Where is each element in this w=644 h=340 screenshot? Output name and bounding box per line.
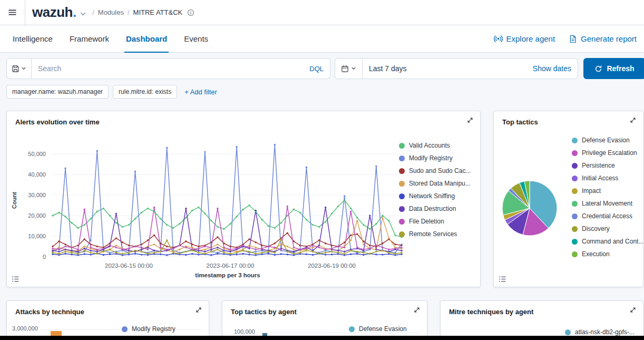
panel-title: Alerts evolution over time <box>15 118 100 126</box>
info-icon[interactable] <box>187 9 194 16</box>
legend-label: Modify Registry <box>409 154 453 162</box>
logo-text: wazuh <box>32 4 73 21</box>
y-tick-label: 20,000 <box>28 212 46 219</box>
tactics-legend: Defense EvasionPrivilege EscalationPersi… <box>572 137 643 258</box>
legend-dot <box>572 251 578 257</box>
legend-item[interactable]: Impact <box>572 187 643 195</box>
breadcrumb-current: MITRE ATT&CK <box>133 8 183 16</box>
expand-icon[interactable] <box>195 306 202 314</box>
panel-title: Top tactics by agent <box>231 308 297 316</box>
menu-icon[interactable] <box>0 0 25 25</box>
calendar-button[interactable] <box>335 59 363 79</box>
tab-events[interactable]: Events <box>175 25 217 52</box>
legend-item[interactable]: Command and Cont... <box>572 238 643 245</box>
expand-icon[interactable] <box>629 306 637 314</box>
refresh-button[interactable]: Refresh <box>583 58 644 79</box>
date-picker: Last 7 days Show dates <box>335 58 578 79</box>
breadcrumb-separator: / <box>128 8 130 16</box>
wazuh-app: wazuh. / Modules / MITRE ATT&CK Intellig… <box>0 0 644 340</box>
legend-dot <box>399 143 405 149</box>
legend-label: Valid Accounts <box>409 142 450 149</box>
show-dates-button[interactable]: Show dates <box>533 64 578 73</box>
explore-agent-label: Explore agent <box>506 34 555 43</box>
tab-dashboard[interactable]: Dashboard <box>118 25 175 52</box>
explore-agent-button[interactable]: Explore agent <box>494 34 555 43</box>
x-axis-title: timestamp per 3 hours <box>51 272 404 278</box>
legend-item[interactable]: Credential Access <box>572 212 643 220</box>
legend-item[interactable]: Modify Registry <box>399 154 471 162</box>
expand-icon[interactable] <box>466 116 474 124</box>
search-row: DQL Last 7 days Show dates Refr <box>6 58 644 79</box>
inspect-icon[interactable] <box>11 275 20 284</box>
filter-pill[interactable]: rule.mitre.id: exists <box>113 85 177 99</box>
query-language-button[interactable]: DQL <box>309 65 324 73</box>
generate-report-icon <box>569 35 577 43</box>
legend-label: Defense Evasion <box>359 325 407 333</box>
legend-dot <box>572 239 578 245</box>
legend-item[interactable]: Initial Access <box>572 174 643 182</box>
legend-item[interactable]: File Deletion <box>399 218 471 225</box>
legend-item[interactable]: Data Destruction <box>399 205 471 212</box>
legend-dot <box>399 219 405 225</box>
generate-report-label: Generate report <box>581 34 637 43</box>
legend-label: File Deletion <box>409 218 444 225</box>
breadcrumb-modules[interactable]: Modules <box>98 8 124 16</box>
legend-item[interactable]: Persistence <box>572 162 643 169</box>
legend-item[interactable]: Discovery <box>572 225 643 232</box>
y-tick-label: 40,000 <box>28 171 46 178</box>
tabs: IntelligenceFrameworkDashboardEvents <box>4 25 217 52</box>
filter-row: manager.name: wazuh.managerrule.mitre.id… <box>6 85 217 99</box>
legend-label: Credential Access <box>582 212 632 220</box>
panel-top-tactics: Top tactics Defense EvasionPrivilege Esc… <box>493 111 643 287</box>
x-tick-label: 2023-06-19 00:00 <box>308 263 356 269</box>
legend-label: Initial Access <box>582 174 618 182</box>
expand-icon[interactable] <box>413 306 421 314</box>
date-range-label[interactable]: Last 7 days <box>363 64 533 73</box>
legend-label: Impact <box>582 187 601 195</box>
legend-item[interactable]: Sudo and Sudo Cac... <box>399 167 471 174</box>
panel-title: Top tactics <box>502 118 538 126</box>
legend-label: Discovery <box>582 225 610 232</box>
legend-item[interactable]: Stored Data Manipu... <box>399 180 471 187</box>
legend-label: Defense Evasion <box>582 137 630 144</box>
search-input[interactable] <box>38 64 309 73</box>
legend-item[interactable]: Defense Evasion <box>349 325 407 333</box>
panel-title: Attacks by technique <box>15 308 84 316</box>
add-filter-button[interactable]: + Add filter <box>184 88 217 96</box>
tab-actions: Explore agent Generate report <box>494 25 644 52</box>
legend-label: Data Destruction <box>409 205 456 212</box>
legend-label: Remote Services <box>409 230 457 238</box>
legend-dot <box>572 150 578 156</box>
legend-label: Execution <box>582 250 610 258</box>
saved-queries-button[interactable] <box>6 58 32 79</box>
logo[interactable]: wazuh. <box>32 4 89 21</box>
generate-report-button[interactable]: Generate report <box>569 34 637 43</box>
panel-attacks-by-technique: Attacks by technique 3,000,000 Modify Re… <box>6 300 209 340</box>
legend-dot <box>399 156 405 161</box>
y-tick-label: 3,000,000 <box>12 325 38 332</box>
legend-item[interactable]: Remote Services <box>399 230 471 238</box>
y-axis-title: Count <box>11 179 17 221</box>
legend-item[interactable]: Privilege Escalation <box>572 149 643 157</box>
filter-pills: manager.name: wazuh.managerrule.mitre.id… <box>6 85 177 99</box>
legend-item[interactable]: Defense Evasion <box>572 137 643 144</box>
chevron-down-icon[interactable] <box>79 10 87 18</box>
breadcrumb-separator: / <box>92 8 94 16</box>
legend-item[interactable]: Lateral Movement <box>572 200 643 207</box>
legend-dot <box>572 201 578 207</box>
legend-label: Network Sniffing <box>409 192 455 200</box>
y-tick-label: 10,000 <box>28 233 46 239</box>
legend-label: Stored Data Manipu... <box>409 180 471 187</box>
chevron-down-icon <box>21 66 26 71</box>
legend-item[interactable]: Network Sniffing <box>399 192 471 200</box>
inspect-icon[interactable] <box>498 275 507 284</box>
legend-item[interactable]: Execution <box>572 250 643 258</box>
tab-framework[interactable]: Framework <box>61 25 118 52</box>
legend-item[interactable]: Modify Registry <box>122 325 175 333</box>
legend-item[interactable]: Valid Accounts <box>399 142 471 149</box>
legend-dot <box>122 326 128 332</box>
expand-icon[interactable] <box>629 116 637 124</box>
legend-item[interactable]: atlas-nsk-db2-gpfs-... <box>565 328 635 336</box>
filter-pill[interactable]: manager.name: wazuh.manager <box>6 85 109 99</box>
tab-intelligence[interactable]: Intelligence <box>4 25 61 52</box>
